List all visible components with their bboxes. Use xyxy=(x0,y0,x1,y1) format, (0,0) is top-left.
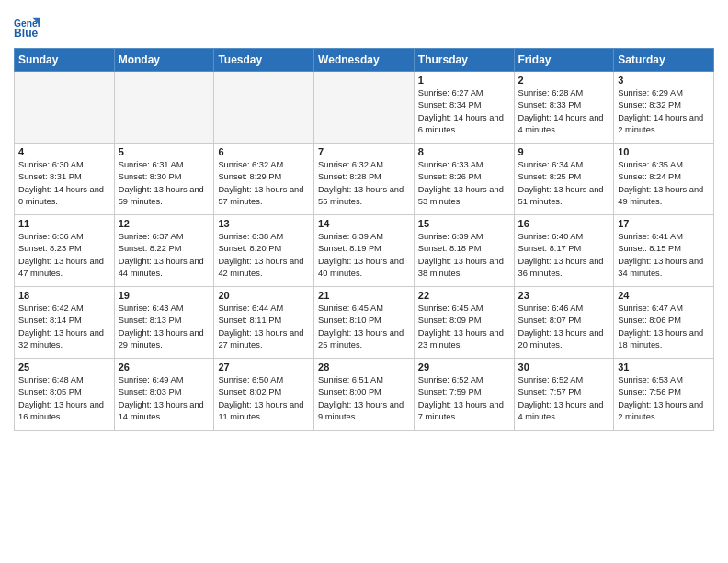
day-info: Sunrise: 6:46 AMSunset: 8:07 PMDaylight:… xyxy=(518,303,610,352)
calendar-cell: 3Sunrise: 6:29 AMSunset: 8:32 PMDaylight… xyxy=(614,72,714,144)
calendar-cell: 5Sunrise: 6:31 AMSunset: 8:30 PMDaylight… xyxy=(114,144,214,215)
calendar-cell xyxy=(15,72,115,144)
day-info: Sunrise: 6:39 AMSunset: 8:18 PMDaylight:… xyxy=(418,231,510,281)
calendar-cell: 15Sunrise: 6:39 AMSunset: 8:18 PMDayligh… xyxy=(414,215,514,287)
day-number: 1 xyxy=(418,75,510,86)
column-header-monday: Monday xyxy=(114,49,214,72)
day-info: Sunrise: 6:30 AMSunset: 8:31 PMDaylight:… xyxy=(18,159,110,209)
day-number: 2 xyxy=(518,75,610,86)
calendar-cell: 31Sunrise: 6:53 AMSunset: 7:56 PMDayligh… xyxy=(614,359,714,431)
day-info: Sunrise: 6:43 AMSunset: 8:13 PMDaylight:… xyxy=(119,303,210,352)
calendar-cell: 9Sunrise: 6:34 AMSunset: 8:25 PMDaylight… xyxy=(514,144,614,215)
day-info: Sunrise: 6:41 AMSunset: 8:15 PMDaylight:… xyxy=(618,231,710,281)
day-number: 7 xyxy=(318,146,410,157)
calendar-cell: 27Sunrise: 6:50 AMSunset: 8:02 PMDayligh… xyxy=(214,359,314,431)
day-number: 12 xyxy=(119,218,210,229)
day-number: 24 xyxy=(618,290,710,301)
day-info: Sunrise: 6:28 AMSunset: 8:33 PMDaylight:… xyxy=(518,87,610,137)
day-number: 4 xyxy=(18,146,110,157)
calendar-cell: 13Sunrise: 6:38 AMSunset: 8:20 PMDayligh… xyxy=(214,215,314,287)
day-info: Sunrise: 6:31 AMSunset: 8:30 PMDaylight:… xyxy=(119,159,210,209)
day-info: Sunrise: 6:33 AMSunset: 8:26 PMDaylight:… xyxy=(418,159,510,209)
day-number: 13 xyxy=(218,218,310,229)
day-number: 23 xyxy=(518,290,610,301)
calendar-cell: 28Sunrise: 6:51 AMSunset: 8:00 PMDayligh… xyxy=(314,359,415,431)
day-info: Sunrise: 6:29 AMSunset: 8:32 PMDaylight:… xyxy=(618,87,710,137)
calendar-cell xyxy=(114,72,214,144)
calendar-cell xyxy=(314,72,415,144)
day-info: Sunrise: 6:50 AMSunset: 8:02 PMDaylight:… xyxy=(218,374,310,424)
calendar-cell: 25Sunrise: 6:48 AMSunset: 8:05 PMDayligh… xyxy=(15,359,115,431)
day-info: Sunrise: 6:34 AMSunset: 8:25 PMDaylight:… xyxy=(518,159,610,209)
day-number: 27 xyxy=(218,362,310,373)
calendar-cell: 18Sunrise: 6:42 AMSunset: 8:14 PMDayligh… xyxy=(15,287,115,359)
svg-text:Blue: Blue xyxy=(14,27,39,40)
day-info: Sunrise: 6:38 AMSunset: 8:20 PMDaylight:… xyxy=(218,231,310,281)
day-number: 19 xyxy=(119,290,210,301)
day-number: 25 xyxy=(18,362,110,373)
day-info: Sunrise: 6:37 AMSunset: 8:22 PMDaylight:… xyxy=(119,231,210,281)
day-info: Sunrise: 6:45 AMSunset: 8:09 PMDaylight:… xyxy=(418,303,510,352)
day-number: 11 xyxy=(18,218,110,229)
column-header-friday: Friday xyxy=(514,49,614,72)
day-number: 21 xyxy=(318,290,410,301)
week-row-4: 18Sunrise: 6:42 AMSunset: 8:14 PMDayligh… xyxy=(15,287,714,359)
day-number: 15 xyxy=(418,218,510,229)
week-row-2: 4Sunrise: 6:30 AMSunset: 8:31 PMDaylight… xyxy=(15,144,714,215)
day-number: 6 xyxy=(218,146,310,157)
day-info: Sunrise: 6:32 AMSunset: 8:29 PMDaylight:… xyxy=(218,159,310,209)
calendar-cell: 7Sunrise: 6:32 AMSunset: 8:28 PMDaylight… xyxy=(314,144,415,215)
day-number: 3 xyxy=(618,75,710,86)
day-info: Sunrise: 6:45 AMSunset: 8:10 PMDaylight:… xyxy=(318,303,410,352)
calendar-cell: 22Sunrise: 6:45 AMSunset: 8:09 PMDayligh… xyxy=(414,287,514,359)
calendar-cell: 29Sunrise: 6:52 AMSunset: 7:59 PMDayligh… xyxy=(414,359,514,431)
calendar-cell: 6Sunrise: 6:32 AMSunset: 8:29 PMDaylight… xyxy=(214,144,314,215)
calendar-cell: 23Sunrise: 6:46 AMSunset: 8:07 PMDayligh… xyxy=(514,287,614,359)
day-number: 17 xyxy=(618,218,710,229)
calendar-table: SundayMondayTuesdayWednesdayThursdayFrid… xyxy=(14,48,714,431)
column-header-thursday: Thursday xyxy=(414,49,514,72)
day-number: 14 xyxy=(318,218,410,229)
calendar-cell: 24Sunrise: 6:47 AMSunset: 8:06 PMDayligh… xyxy=(614,287,714,359)
day-info: Sunrise: 6:27 AMSunset: 8:34 PMDaylight:… xyxy=(418,87,510,137)
column-header-wednesday: Wednesday xyxy=(314,49,415,72)
day-number: 16 xyxy=(518,218,610,229)
calendar-cell: 19Sunrise: 6:43 AMSunset: 8:13 PMDayligh… xyxy=(114,287,214,359)
day-number: 28 xyxy=(318,362,410,373)
calendar-cell: 30Sunrise: 6:52 AMSunset: 7:57 PMDayligh… xyxy=(514,359,614,431)
calendar-cell: 11Sunrise: 6:36 AMSunset: 8:23 PMDayligh… xyxy=(15,215,115,287)
day-info: Sunrise: 6:32 AMSunset: 8:28 PMDaylight:… xyxy=(318,159,410,209)
page-header: General Blue xyxy=(14,9,714,40)
calendar-cell xyxy=(214,72,314,144)
day-number: 8 xyxy=(418,146,510,157)
calendar-cell: 14Sunrise: 6:39 AMSunset: 8:19 PMDayligh… xyxy=(314,215,415,287)
logo: General Blue xyxy=(14,15,40,40)
day-number: 5 xyxy=(119,146,210,157)
day-info: Sunrise: 6:53 AMSunset: 7:56 PMDaylight:… xyxy=(618,374,710,424)
week-row-3: 11Sunrise: 6:36 AMSunset: 8:23 PMDayligh… xyxy=(15,215,714,287)
calendar-cell: 17Sunrise: 6:41 AMSunset: 8:15 PMDayligh… xyxy=(614,215,714,287)
calendar-cell: 16Sunrise: 6:40 AMSunset: 8:17 PMDayligh… xyxy=(514,215,614,287)
calendar-cell: 10Sunrise: 6:35 AMSunset: 8:24 PMDayligh… xyxy=(614,144,714,215)
day-number: 26 xyxy=(119,362,210,373)
day-info: Sunrise: 6:36 AMSunset: 8:23 PMDaylight:… xyxy=(18,231,110,281)
calendar-cell: 20Sunrise: 6:44 AMSunset: 8:11 PMDayligh… xyxy=(214,287,314,359)
column-header-saturday: Saturday xyxy=(614,49,714,72)
day-number: 9 xyxy=(518,146,610,157)
logo-icon: General Blue xyxy=(14,15,40,40)
calendar-cell: 1Sunrise: 6:27 AMSunset: 8:34 PMDaylight… xyxy=(414,72,514,144)
calendar-cell: 26Sunrise: 6:49 AMSunset: 8:03 PMDayligh… xyxy=(114,359,214,431)
day-number: 18 xyxy=(18,290,110,301)
day-info: Sunrise: 6:44 AMSunset: 8:11 PMDaylight:… xyxy=(218,303,310,352)
day-number: 29 xyxy=(418,362,510,373)
day-info: Sunrise: 6:47 AMSunset: 8:06 PMDaylight:… xyxy=(618,303,710,352)
week-row-1: 1Sunrise: 6:27 AMSunset: 8:34 PMDaylight… xyxy=(15,72,714,144)
day-info: Sunrise: 6:48 AMSunset: 8:05 PMDaylight:… xyxy=(18,374,110,424)
calendar-cell: 21Sunrise: 6:45 AMSunset: 8:10 PMDayligh… xyxy=(314,287,415,359)
day-info: Sunrise: 6:51 AMSunset: 8:00 PMDaylight:… xyxy=(318,374,410,424)
column-header-sunday: Sunday xyxy=(15,49,115,72)
day-info: Sunrise: 6:39 AMSunset: 8:19 PMDaylight:… xyxy=(318,231,410,281)
calendar-cell: 8Sunrise: 6:33 AMSunset: 8:26 PMDaylight… xyxy=(414,144,514,215)
day-info: Sunrise: 6:49 AMSunset: 8:03 PMDaylight:… xyxy=(119,374,210,424)
day-number: 22 xyxy=(418,290,510,301)
